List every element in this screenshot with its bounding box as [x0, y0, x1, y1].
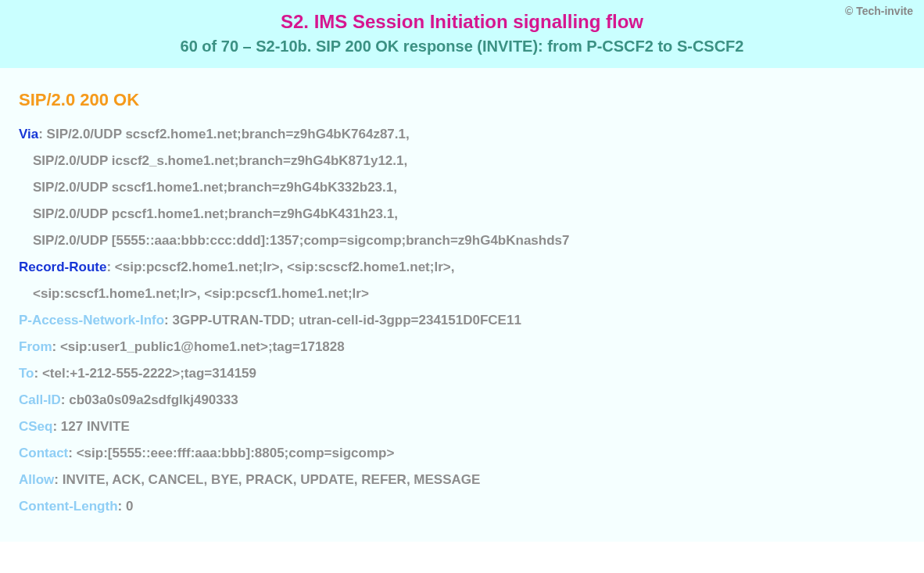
sip-status-line: SIP/2.0 200 OK — [19, 90, 905, 110]
cseq-header: CSeq: 127 INVITE — [19, 414, 905, 440]
to-name: To — [19, 366, 34, 381]
contact-value: <sip:[5555::eee:fff:aaa:bbb]:8805;comp=s… — [77, 446, 395, 460]
via-value-4: SIP/2.0/UDP [5555::aaa:bbb:ccc:ddd]:1357… — [19, 227, 905, 254]
contact-header: Contact: <sip:[5555::eee:fff:aaa:bbb]:88… — [19, 440, 905, 467]
via-header: Via: SIP/2.0/UDP scscf2.home1.net;branch… — [19, 121, 905, 148]
via-value-2: SIP/2.0/UDP scscf1.home1.net;branch=z9hG… — [19, 174, 905, 201]
cseq-value: 127 INVITE — [61, 419, 130, 434]
from-name: From — [19, 339, 52, 354]
allow-name: Allow — [19, 472, 54, 487]
content-length-value: 0 — [126, 499, 133, 514]
via-name: Via — [19, 127, 38, 141]
header-banner: © Tech-invite S2. IMS Session Initiation… — [0, 0, 924, 68]
pani-name: P-Access-Network-Info — [19, 313, 164, 328]
page-subtitle: 60 of 70 – S2-10b. SIP 200 OK response (… — [9, 38, 915, 56]
content-length-name: Content-Length — [19, 499, 118, 514]
page-title: S2. IMS Session Initiation signalling fl… — [9, 11, 915, 33]
sip-message-body: SIP/2.0 200 OK Via: SIP/2.0/UDP scscf2.h… — [0, 68, 924, 542]
via-value-1: SIP/2.0/UDP icscf2_s.home1.net;branch=z9… — [19, 148, 905, 174]
call-id-name: Call-ID — [19, 392, 61, 407]
via-value-0: SIP/2.0/UDP scscf2.home1.net;branch=z9hG… — [47, 127, 410, 141]
call-id-value: cb03a0s09a2sdfglkj490333 — [69, 392, 238, 407]
pani-value: 3GPP-UTRAN-TDD; utran-cell-id-3gpp=23415… — [173, 313, 521, 328]
allow-value: INVITE, ACK, CANCEL, BYE, PRACK, UPDATE,… — [63, 472, 481, 487]
from-header: From: <sip:user1_public1@home1.net>;tag=… — [19, 334, 905, 360]
to-header: To: <tel:+1-212-555-2222>;tag=314159 — [19, 360, 905, 387]
content-length-header: Content-Length: 0 — [19, 493, 905, 520]
record-route-value-0: <sip:pcscf2.home1.net;lr>, <sip:scscf2.h… — [115, 260, 455, 274]
cseq-name: CSeq — [19, 419, 52, 434]
allow-header: Allow: INVITE, ACK, CANCEL, BYE, PRACK, … — [19, 467, 905, 493]
to-value: <tel:+1-212-555-2222>;tag=314159 — [42, 366, 256, 381]
via-value-3: SIP/2.0/UDP pcscf1.home1.net;branch=z9hG… — [19, 201, 905, 227]
pani-header: P-Access-Network-Info: 3GPP-UTRAN-TDD; u… — [19, 307, 905, 334]
record-route-header: Record-Route: <sip:pcscf2.home1.net;lr>,… — [19, 254, 905, 281]
contact-name: Contact — [19, 446, 68, 460]
copyright-text: © Tech-invite — [845, 5, 913, 17]
record-route-name: Record-Route — [19, 260, 106, 274]
from-value: <sip:user1_public1@home1.net>;tag=171828 — [60, 339, 345, 354]
record-route-value-1: <sip:scscf1.home1.net;lr>, <sip:pcscf1.h… — [19, 281, 905, 307]
call-id-header: Call-ID: cb03a0s09a2sdfglkj490333 — [19, 387, 905, 414]
